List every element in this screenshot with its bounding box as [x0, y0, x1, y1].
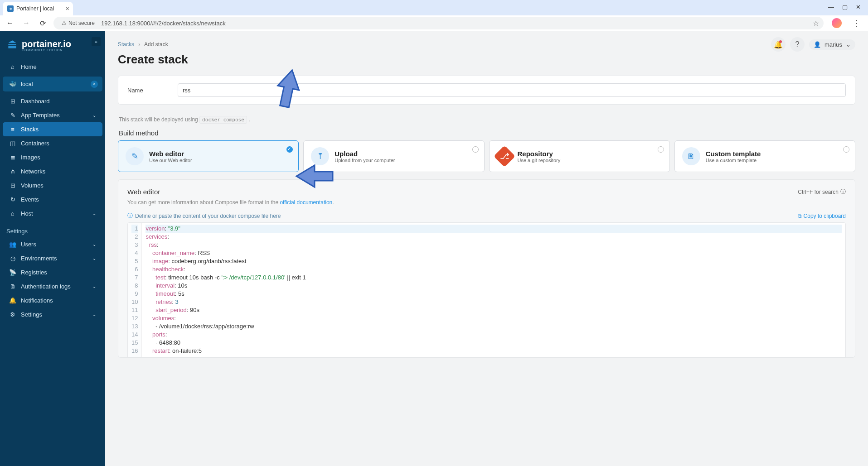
sidebar-item-events[interactable]: ↻Events — [3, 192, 102, 207]
minimize-icon[interactable]: — — [828, 4, 834, 10]
docs-link[interactable]: official documentation — [280, 199, 332, 206]
code-line[interactable]: services: — [145, 233, 842, 241]
sidebar-item-volumes[interactable]: ⊟Volumes — [3, 178, 102, 192]
radio-icon — [658, 146, 664, 153]
code-line[interactable]: volumes: — [145, 314, 842, 322]
code-line[interactable]: timeout: 5s — [145, 290, 842, 298]
sidebar: « portainer.io COMMUNITY EDITION ⌂ Home … — [0, 31, 105, 466]
code-line[interactable]: rss: — [145, 241, 842, 249]
bookmark-star-icon[interactable]: ☆ — [813, 19, 819, 28]
help-button[interactable]: ? — [790, 37, 805, 52]
sidebar-item-icon: 👥 — [9, 241, 16, 248]
sidebar-item-networks[interactable]: ⋔Networks — [3, 164, 102, 178]
sidebar-item-app-templates[interactable]: ✎App Templates⌄ — [3, 108, 102, 122]
sidebar-item-settings[interactable]: ⚙Settings⌄ — [3, 307, 102, 322]
name-label: Name — [127, 87, 170, 94]
edit-icon: ✎ — [126, 147, 144, 165]
reload-button[interactable]: ⟳ — [37, 19, 48, 28]
build-method-web-editor[interactable]: ✎Web editorUse our Web editor — [118, 140, 299, 172]
code-line[interactable]: interval: 10s — [145, 282, 842, 290]
not-secure-badge[interactable]: ⚠ Not secure — [58, 19, 98, 27]
sidebar-environment[interactable]: 🐳 local × — [3, 77, 102, 91]
forward-button[interactable]: → — [21, 19, 32, 27]
code-line[interactable]: version: "3.9" — [145, 225, 842, 233]
notifications-button[interactable]: 🔔 — [771, 37, 786, 52]
method-subtitle: Use a custom template — [706, 158, 761, 163]
warning-icon: ⚠ — [62, 20, 67, 26]
sidebar-item-icon: 🔔 — [9, 297, 16, 304]
sidebar-item-icon: ⚙ — [9, 311, 16, 318]
deploy-helper-text: This stack will be deployed using docker… — [105, 111, 868, 123]
sidebar-item-icon: ⊟ — [9, 182, 16, 189]
sidebar-item-dashboard[interactable]: ⊞Dashboard — [3, 94, 102, 108]
sidebar-item-registries[interactable]: 📡Registries — [3, 265, 102, 279]
help-icon: ? — [795, 40, 800, 48]
code-line[interactable]: ports: — [145, 331, 842, 339]
method-subtitle: Use a git repository — [518, 158, 561, 163]
tab-close-icon[interactable]: × — [66, 5, 69, 12]
editor-note: You can get more information about Compo… — [127, 196, 846, 209]
sidebar-item-label: Users — [21, 241, 36, 248]
code-line[interactable]: image: codeberg.org/danb/rss:latest — [145, 257, 842, 265]
sidebar-item-label: Images — [21, 154, 40, 161]
sidebar-item-authentication-logs[interactable]: 🗎Authentication logs⌄ — [3, 279, 102, 293]
code-line[interactable]: start_period: 90s — [145, 306, 842, 314]
chevron-down-icon: ⌄ — [92, 113, 96, 118]
help-icon[interactable]: ⓘ — [840, 188, 846, 196]
close-icon[interactable]: ✕ — [856, 4, 861, 10]
sidebar-item-images[interactable]: ≣Images — [3, 150, 102, 164]
url-input[interactable]: ⚠ Not secure 192.168.1.18:9000/#!/2/dock… — [53, 17, 824, 29]
breadcrumb-root[interactable]: Stacks — [118, 41, 134, 48]
sidebar-item-label: Dashboard — [21, 98, 50, 105]
tab-bar: ⎈ Portainer | local × — ▢ ✕ — [0, 0, 868, 15]
chevron-down-icon: ⌄ — [92, 211, 96, 216]
build-method-repository[interactable]: ⎇RepositoryUse a git repository — [489, 140, 670, 172]
copy-to-clipboard-button[interactable]: ⧉ Copy to clipboard — [798, 213, 846, 219]
sidebar-item-label: Environments — [21, 255, 57, 262]
sidebar-item-users[interactable]: 👥Users⌄ — [3, 237, 102, 251]
code-line[interactable]: healthcheck: — [145, 265, 842, 274]
address-bar: ← → ⟳ ⚠ Not secure 192.168.1.18:9000/#!/… — [0, 15, 868, 31]
chevron-down-icon: ⌄ — [846, 41, 851, 48]
build-method-title: Build method — [105, 123, 868, 140]
sidebar-item-label: Notifications — [21, 297, 53, 304]
brand-logo[interactable]: portainer.io COMMUNITY EDITION — [0, 36, 105, 60]
sidebar-item-label: App Templates — [21, 112, 60, 119]
code-content[interactable]: version: "3.9"services: rss: container_n… — [142, 223, 845, 357]
info-icon: ⓘ — [127, 212, 133, 220]
sidebar-item-label: Authentication logs — [21, 283, 71, 290]
env-close-icon[interactable]: × — [91, 81, 98, 88]
code-line[interactable]: test: timeout 10s bash -c ':> /dev/tcp/1… — [145, 274, 842, 282]
sidebar-item-icon: ◫ — [9, 140, 16, 147]
code-editor[interactable]: 12345678910111213141516 version: "3.9"se… — [127, 222, 846, 357]
code-line[interactable]: - /volume1/docker/rss:/app/storage:rw — [145, 322, 842, 331]
code-line[interactable]: container_name: RSS — [145, 249, 842, 257]
portainer-logo-icon — [6, 39, 18, 51]
sidebar-collapse-button[interactable]: « — [92, 37, 101, 46]
main-content: Stacks › Add stack 🔔 ? 👤 marius ⌄ Cre — [105, 31, 868, 466]
docker-icon: 🐳 — [9, 81, 16, 87]
sidebar-item-host[interactable]: ⌂Host⌄ — [3, 207, 102, 221]
editor-title: Web editor — [127, 188, 160, 196]
sidebar-item-containers[interactable]: ◫Containers — [3, 136, 102, 150]
url-text: 192.168.1.18:9000/#!/2/docker/stacks/new… — [101, 20, 226, 27]
sidebar-item-home[interactable]: ⌂ Home — [3, 60, 102, 74]
sidebar-item-stacks[interactable]: ≡Stacks — [3, 122, 102, 136]
chevron-down-icon: ⌄ — [92, 242, 96, 247]
code-line[interactable]: restart: on-failure:5 — [145, 347, 842, 355]
browser-menu-icon[interactable]: ⋮ — [850, 18, 863, 28]
user-menu[interactable]: 👤 marius ⌄ — [809, 39, 855, 50]
browser-tab[interactable]: ⎈ Portainer | local × — [3, 2, 73, 15]
code-line[interactable]: - 6488:80 — [145, 339, 842, 347]
maximize-icon[interactable]: ▢ — [842, 4, 848, 10]
sidebar-item-label: Networks — [21, 168, 45, 175]
sidebar-item-label: Host — [21, 210, 33, 217]
name-card: Name — [118, 76, 855, 105]
code-line[interactable]: retries: 3 — [145, 298, 842, 306]
back-button[interactable]: ← — [5, 19, 15, 27]
sidebar-item-environments[interactable]: ◷Environments⌄ — [3, 251, 102, 265]
sidebar-item-notifications[interactable]: 🔔Notifications — [3, 293, 102, 307]
profile-avatar-icon[interactable] — [832, 18, 842, 28]
sidebar-item-label: Containers — [21, 140, 49, 147]
build-method-custom-template[interactable]: 🗎Custom templateUse a custom template — [674, 140, 855, 172]
